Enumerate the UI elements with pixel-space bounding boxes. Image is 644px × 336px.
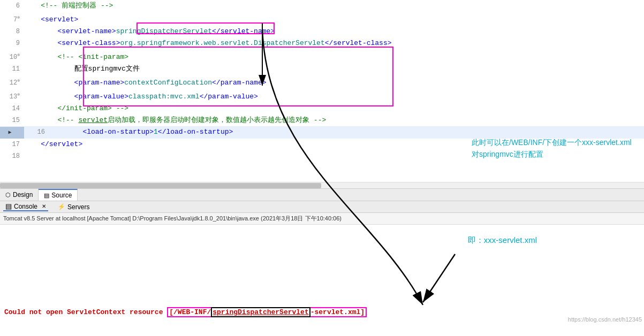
svg-line-3 [423,254,455,302]
console-area: ▤ Console ✕ ⚡ Servers Tomcat v8.5 Server… [0,201,644,336]
error-servlet-name: springDispatcherServlet [213,308,308,316]
status-text: Tomcat v8.5 Server at localhost [Apache … [3,215,342,223]
line-content: <servlet> [24,14,644,26]
watermark: https://blog.csdn.net/h12345 [568,316,642,323]
code-line-6: 6 <!-- 前端控制器 --> [0,0,644,12]
line-number: 11 [0,63,24,75]
error-inner-box: springDispatcherServlet [211,307,310,317]
line-number: 6 [0,0,24,12]
code-line-13: 13⊕ <param-value>classpath:mvc.xml</para… [0,89,644,103]
scrollbar-thumb[interactable] [0,183,321,188]
source-icon: ▤ [44,192,49,199]
code-line-9: 9 <servlet-class>org.springframework.web… [0,37,644,49]
line-content: <servlet-name>springDispatcherServlet</s… [24,26,644,37]
line-number: 15 [0,114,24,126]
design-icon: ⬡ [5,192,11,198]
console-tab[interactable]: ▤ Console ✕ [3,202,48,211]
line-content: </init-param> --> [24,103,644,114]
line-number: 14 [0,103,24,114]
servers-tab[interactable]: ⚡ Servers [56,203,92,211]
line-content: <servlet-class>org.springframework.web.s… [24,37,644,49]
editor-scrollbar[interactable] [0,182,644,188]
line-number-16: 16 [25,126,49,138]
servers-icon: ⚡ [58,203,65,210]
error-line: Could not open ServletContext resource [… [0,306,644,318]
console-output: 即：xxx-servlet.xml Could not open Servlet… [0,225,644,324]
console-header: ▤ Console ✕ ⚡ Servers [0,201,644,213]
line-number: 12⊕ [0,75,24,89]
servers-label[interactable]: Servers [67,203,89,211]
main-layout: 6 <!-- 前端控制器 --> 7⊕ <servlet> 8 <servlet… [0,0,644,336]
code-line-14: 14 </init-param> --> [0,103,644,114]
code-line-12: 12⊕ <param-name>contextConfigLocation</p… [0,75,644,89]
console-cross-icon[interactable]: ✕ [42,203,46,209]
error-path-start: [/WEB-INF/ [169,308,211,316]
code-line-7: 7⊕ <servlet> [0,12,644,26]
line-content: <param-value>classpath:mvc.xml</param-va… [24,91,644,103]
code-line-11: 11 配置springmvc文件 [0,63,644,75]
tab-source-label[interactable]: Source [51,192,72,199]
error-path-box: [/WEB-INF/springDispatcherServlet-servle… [167,307,367,317]
line-number: 8 [0,26,24,37]
line-number: 7⊕ [0,12,24,26]
editor-tabs: ⬡ Design ▤ Source [0,188,644,201]
code-line-8: 8 <servlet-name>springDispatcherServlet<… [0,26,644,37]
code-editor: 6 <!-- 前端控制器 --> 7⊕ <servlet> 8 <servlet… [0,0,644,182]
tab-design-label[interactable]: Design [13,191,33,198]
console-icon: ▤ [5,202,12,210]
line-number: 13⊕ [0,89,24,103]
console-status-bar: Tomcat v8.5 Server at localhost [Apache … [0,213,644,225]
line-number: 17 [0,139,24,150]
line-number: ▶ [0,127,24,139]
tab-source[interactable]: ▤ Source [39,189,78,201]
line-content: <param-name>contextConfigLocation</param… [24,77,644,89]
line-content: 配置springmvc文件 [24,63,644,75]
line-content: <!-- servlet启动加载，即服务器启动时创建对象，数值越小表示越先创造对… [24,114,644,126]
line-content: <!-- <init-param> [24,51,644,63]
line-number: 9 [0,37,24,49]
annotation-top-right: 此时可以在/WEB/INF/下创建一个xxx-servlet.xml对sprin… [472,136,638,161]
tab-design[interactable]: ⬡ Design [0,189,39,201]
console-label[interactable]: Console [14,203,37,210]
annotation-middle: 即：xxx-servlet.xml [468,235,537,246]
line-content: <!-- 前端控制器 --> [24,0,644,12]
code-line-15: 15 <!-- servlet启动加载，即服务器启动时创建对象，数值越小表示越先… [0,114,644,126]
error-path-end: -servlet.xml] [310,308,365,316]
error-prefix: Could not open ServletContext resource [4,308,167,316]
code-line-10: 10⊕ <!-- <init-param> [0,49,644,63]
line-number: 10⊕ [0,49,24,63]
line-number: 18 [0,150,24,162]
